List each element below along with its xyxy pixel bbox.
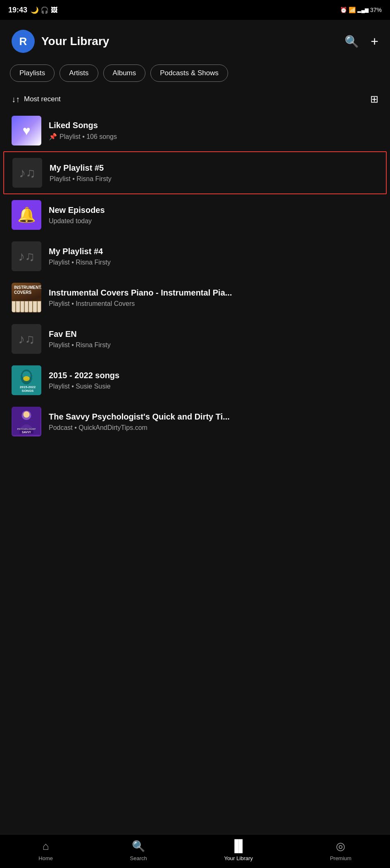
savvy-svg: SAVVY PSYCHOLOGIST: [12, 407, 41, 435]
status-icons-right: ⏰ 📶 ▂▄▆ 37%: [340, 7, 382, 13]
item-info-2015-2022: 2015 - 2022 songs Playlist • Susie Susie: [49, 371, 378, 390]
sort-arrows-icon: ↓↑: [12, 95, 20, 104]
signal-icon: ▂▄▆: [357, 7, 369, 13]
item-subtitle-my-playlist-4: Playlist • Risna Firsty: [49, 259, 378, 266]
header-left: R Your Library: [12, 30, 109, 53]
piano-key-6: [33, 301, 37, 312]
header: R Your Library 🔍 +: [0, 20, 390, 60]
list-container: ♥ Liked Songs 📌 Playlist • 106 songs ♪♫ …: [0, 110, 390, 484]
bell-icon: 🔔: [17, 206, 36, 224]
item-subtitle-my-playlist-5: Playlist • Risna Firsty: [50, 175, 378, 183]
thumbnail-liked-songs: ♥: [12, 116, 41, 145]
time-display: 19:43: [8, 6, 27, 14]
thumbnail-my-playlist-4: ♪♫: [12, 241, 41, 271]
sort-label: Most recent: [24, 95, 61, 103]
item-title-new-episodes: New Episodes: [49, 205, 264, 215]
item-title-instrumental-covers: Instrumental Covers Piano - Instrumental…: [49, 288, 264, 298]
home-icon: ⌂: [43, 840, 49, 853]
header-actions: 🔍 +: [345, 34, 378, 49]
avatar[interactable]: R: [12, 30, 35, 53]
tab-podcasts[interactable]: Podcasts & Shows: [150, 64, 228, 82]
battery-display: 37%: [370, 7, 382, 13]
item-title-my-playlist-5: My Playlist #5: [50, 163, 264, 173]
pin-icon: 📌: [49, 133, 57, 141]
item-title-my-playlist-4: My Playlist #4: [49, 247, 264, 256]
piano-key-1: [12, 301, 16, 312]
item-info-new-episodes: New Episodes Updated today: [49, 205, 378, 225]
music-note-icon: ♪♫: [19, 165, 36, 181]
item-subtitle-instrumental-covers: Playlist • Instrumental Covers: [49, 300, 378, 308]
list-item-instrumental-covers[interactable]: INSTRUMENTALCOVERS Instrumental Covers P…: [0, 277, 390, 318]
thumbnail-fav-en: ♪♫: [12, 324, 41, 354]
nav-label-search: Search: [130, 855, 147, 861]
svg-point-6: [23, 411, 29, 417]
status-bar: 19:43 🌙 🎧 🖼 ⏰ 📶 ▂▄▆ 37%: [0, 0, 390, 20]
sort-control[interactable]: ↓↑ Most recent: [12, 95, 61, 104]
premium-icon: ◎: [336, 840, 345, 853]
item-title-2015-2022: 2015 - 2022 songs: [49, 371, 264, 380]
item-info-fav-en: Fav EN Playlist • Risna Firsty: [49, 329, 378, 349]
tab-artists[interactable]: Artists: [59, 64, 98, 82]
music-note-icon-2: ♪♫: [18, 249, 35, 264]
nav-label-library: Your Library: [224, 855, 253, 861]
piano-key-4: [24, 301, 29, 312]
list-item-2015-2022[interactable]: 2015-2022 SONGS 2015 - 2022 songs Playli…: [0, 360, 390, 401]
piano-key-2: [16, 301, 20, 312]
alarm-icon: ⏰: [340, 7, 347, 13]
list-item-fav-en[interactable]: ♪♫ Fav EN Playlist • Risna Firsty: [0, 318, 390, 360]
nav-label-home: Home: [38, 855, 53, 861]
item-title-savvy-psychologist: The Savvy Psychologist's Quick and Dirty…: [49, 412, 264, 422]
status-time: 19:43 🌙 🎧 🖼: [8, 6, 57, 14]
nav-item-premium[interactable]: ◎ Premium: [330, 840, 352, 861]
search-nav-icon: 🔍: [132, 840, 145, 853]
wifi-icon: 📶: [349, 7, 356, 13]
add-icon[interactable]: +: [371, 34, 378, 49]
thumbnail-savvy-psychologist: SAVVY PSYCHOLOGIST: [12, 407, 41, 436]
sort-bar: ↓↑ Most recent ⊞: [0, 88, 390, 110]
piano-key-3: [20, 301, 24, 312]
bottom-nav: ⌂ Home 🔍 Search ▐▌ Your Library ◎ Premiu…: [0, 834, 390, 868]
nav-item-home[interactable]: ⌂ Home: [38, 840, 53, 861]
filter-tabs: Playlists Artists Albums Podcasts & Show…: [0, 60, 390, 88]
list-item-savvy-psychologist[interactable]: SAVVY PSYCHOLOGIST The Savvy Psychologis…: [0, 401, 390, 442]
list-item-my-playlist-5[interactable]: ♪♫ My Playlist #5 Playlist • Risna First…: [3, 151, 387, 194]
svg-text:PSYCHOLOGIST: PSYCHOLOGIST: [17, 428, 36, 430]
item-info-liked-songs: Liked Songs 📌 Playlist • 106 songs: [49, 121, 378, 141]
grid-view-icon[interactable]: ⊞: [370, 93, 378, 105]
piano-key-7: [37, 301, 41, 312]
tab-playlists[interactable]: Playlists: [10, 64, 55, 82]
thumbnail-my-playlist-5: ♪♫: [12, 158, 42, 188]
nav-item-search[interactable]: 🔍 Search: [130, 840, 147, 861]
heart-icon: ♥: [23, 123, 31, 138]
piano-cover-text: INSTRUMENTALCOVERS: [14, 285, 41, 295]
item-title-liked-songs: Liked Songs: [49, 121, 264, 130]
item-info-my-playlist-4: My Playlist #4 Playlist • Risna Firsty: [49, 247, 378, 266]
item-subtitle-liked-songs: 📌 Playlist • 106 songs: [49, 133, 378, 141]
item-info-instrumental-covers: Instrumental Covers Piano - Instrumental…: [49, 288, 378, 308]
library-icon: ▐▌: [230, 839, 247, 853]
thumbnail-instrumental-covers: INSTRUMENTALCOVERS: [12, 283, 41, 312]
item-title-fav-en: Fav EN: [49, 329, 264, 339]
item-subtitle-savvy-psychologist: Podcast • QuickAndDirtyTips.com: [49, 424, 378, 432]
search-icon[interactable]: 🔍: [345, 35, 359, 48]
tab-albums[interactable]: Albums: [103, 64, 146, 82]
thumbnail-new-episodes: 🔔: [12, 200, 41, 230]
piano-key-5: [29, 301, 33, 312]
2015-cover-text: 2015-2022 SONGS: [14, 385, 41, 393]
svg-point-3: [23, 376, 30, 381]
piano-keys: [12, 301, 41, 312]
status-icons-left: 🌙 🎧 🖼: [31, 6, 57, 14]
item-info-my-playlist-5: My Playlist #5 Playlist • Risna Firsty: [50, 163, 378, 183]
list-item-my-playlist-4[interactable]: ♪♫ My Playlist #4 Playlist • Risna First…: [0, 236, 390, 277]
item-subtitle-fav-en: Playlist • Risna Firsty: [49, 341, 378, 349]
nav-item-library[interactable]: ▐▌ Your Library: [224, 839, 253, 861]
nav-label-premium: Premium: [330, 855, 352, 861]
list-item-new-episodes[interactable]: 🔔 New Episodes Updated today: [0, 194, 390, 236]
svg-text:SAVVY: SAVVY: [22, 431, 31, 434]
music-note-icon-3: ♪♫: [18, 331, 35, 347]
page-title: Your Library: [41, 35, 109, 48]
thumbnail-2015-2022: 2015-2022 SONGS: [12, 365, 41, 395]
item-subtitle-2015-2022: Playlist • Susie Susie: [49, 383, 378, 390]
item-info-savvy-psychologist: The Savvy Psychologist's Quick and Dirty…: [49, 412, 378, 432]
list-item-liked-songs[interactable]: ♥ Liked Songs 📌 Playlist • 106 songs: [0, 110, 390, 151]
